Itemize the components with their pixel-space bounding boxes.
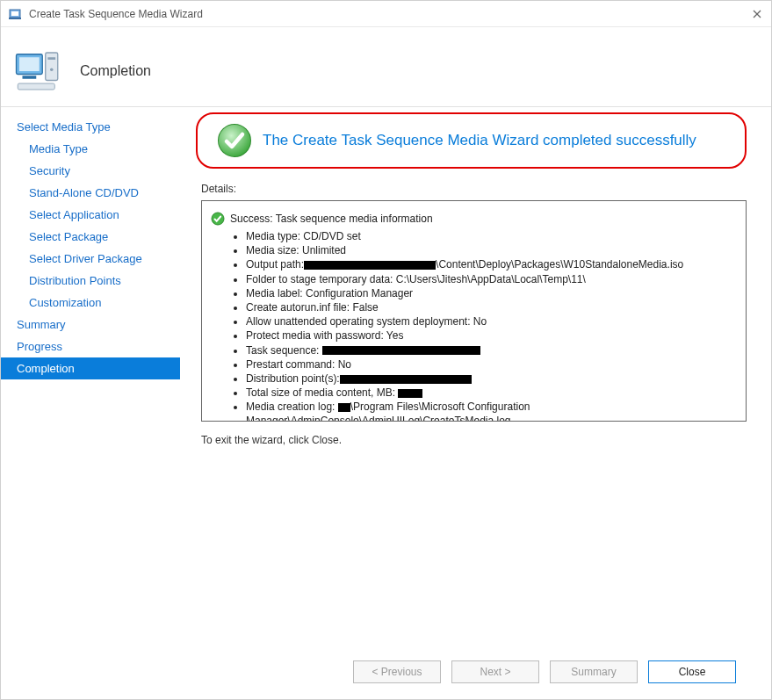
- app-icon: [8, 7, 22, 21]
- sidebar-item-select-driver-package[interactable]: Select Driver Package: [1, 248, 180, 270]
- detail-media-type: Media type: CD/DVD set: [246, 229, 737, 243]
- svg-point-13: [219, 125, 250, 156]
- sidebar-item-security[interactable]: Security: [1, 160, 180, 182]
- redacted: [398, 389, 422, 398]
- svg-rect-8: [46, 53, 58, 81]
- detail-task-sequence: Task sequence:: [246, 343, 737, 357]
- close-button[interactable]: Close: [648, 660, 736, 683]
- detail-protect: Protect media with password: Yes: [246, 328, 737, 343]
- sidebar-item-media-type[interactable]: Media Type: [1, 138, 180, 160]
- next-button: Next >: [451, 660, 539, 683]
- redacted: [304, 261, 436, 270]
- detail-autorun: Create autorun.inf file: False: [246, 300, 737, 314]
- wizard-window: Create Task Sequence Media Wizard Comple…: [0, 0, 772, 700]
- detail-temp-folder: Folder to stage temporary data: C:\Users…: [246, 272, 737, 286]
- redacted: [338, 403, 350, 412]
- detail-unattended: Allow unattended operating system deploy…: [246, 314, 737, 328]
- svg-rect-9: [47, 57, 55, 60]
- exit-instruction: To exit the wizard, click Close.: [201, 434, 754, 446]
- titlebar: Create Task Sequence Media Wizard: [1, 1, 771, 27]
- detail-total-size: Total size of media content, MB:: [246, 386, 737, 400]
- sidebar-item-select-application[interactable]: Select Application: [1, 204, 180, 226]
- wizard-body: Select Media TypeMedia TypeSecurityStand…: [1, 106, 771, 699]
- svg-rect-2: [9, 18, 21, 19]
- redacted: [322, 346, 480, 355]
- close-icon[interactable]: [750, 7, 764, 21]
- sidebar-item-progress[interactable]: Progress: [1, 336, 180, 357]
- header: Completion: [1, 27, 771, 106]
- button-bar: < Previous Next > Summary Close: [189, 645, 754, 699]
- summary-button: Summary: [550, 660, 638, 683]
- completion-banner: The Create Task Sequence Media Wizard co…: [196, 112, 747, 169]
- detail-output-path: Output path:\Content\Deploy\Packages\W10…: [246, 257, 737, 271]
- svg-point-10: [50, 69, 54, 72]
- sidebar-item-select-media-type[interactable]: Select Media Type: [1, 116, 180, 138]
- computer-icon: [13, 47, 62, 96]
- detail-dist-points: Distribution point(s):: [246, 372, 737, 386]
- details-list: Media type: CD/DVD set Media size: Unlim…: [211, 229, 737, 422]
- banner-text: The Create Task Sequence Media Wizard co…: [263, 131, 696, 150]
- page-title: Completion: [80, 63, 151, 79]
- details-box: Success: Task sequence media information…: [201, 200, 747, 422]
- sidebar-item-summary[interactable]: Summary: [1, 314, 180, 336]
- success-check-icon: [217, 123, 252, 158]
- success-small-icon: [211, 212, 225, 226]
- sidebar-item-select-package[interactable]: Select Package: [1, 226, 180, 248]
- details-label: Details:: [201, 183, 754, 195]
- sidebar-item-customization[interactable]: Customization: [1, 292, 180, 314]
- sidebar-item-stand-alone-cd-dvd[interactable]: Stand-Alone CD/DVD: [1, 182, 180, 204]
- detail-media-log: Media creation log: \Program Files\Micro…: [246, 400, 737, 422]
- detail-prestart: Prestart command: No: [246, 357, 737, 372]
- svg-rect-11: [18, 83, 54, 90]
- sidebar-item-completion[interactable]: Completion: [1, 357, 180, 379]
- svg-rect-7: [23, 76, 37, 79]
- details-headline: Success: Task sequence media information: [230, 213, 433, 225]
- title-text: Create Task Sequence Media Wizard: [29, 8, 750, 20]
- sidebar-item-distribution-points[interactable]: Distribution Points: [1, 270, 180, 292]
- detail-media-size: Media size: Unlimited: [246, 243, 737, 257]
- details-headline-row: Success: Task sequence media information: [211, 212, 737, 226]
- svg-rect-6: [19, 57, 40, 71]
- previous-button: < Previous: [353, 660, 441, 683]
- sidebar: Select Media TypeMedia TypeSecurityStand…: [1, 107, 180, 699]
- svg-rect-1: [11, 11, 18, 16]
- redacted: [340, 375, 472, 384]
- detail-media-label: Media label: Configuration Manager: [246, 286, 737, 300]
- content-pane: The Create Task Sequence Media Wizard co…: [180, 107, 771, 699]
